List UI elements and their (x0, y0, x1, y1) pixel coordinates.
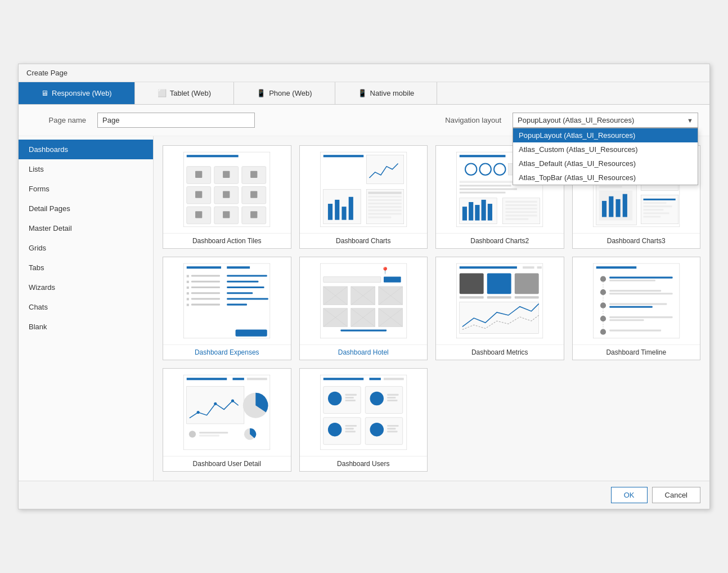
card-preview-metrics (436, 257, 564, 344)
svg-rect-167 (187, 387, 244, 424)
svg-rect-165 (232, 378, 244, 380)
svg-rect-178 (369, 378, 380, 380)
dialog-footer: OK Cancel (19, 481, 709, 509)
svg-rect-84 (643, 209, 663, 211)
svg-rect-179 (384, 378, 404, 380)
nav-option-topbar[interactable]: Atlas_TopBar (Atlas_UI_Resources) (513, 171, 698, 185)
svg-rect-21 (323, 155, 363, 157)
phone-icon: 📱 (257, 89, 266, 97)
card-timeline[interactable]: Dashboard Timeline (572, 257, 701, 360)
svg-rect-67 (599, 186, 622, 187)
nav-layout-dropdown: PopupLayout (Atlas_UI_Resources) Atlas_C… (513, 128, 698, 185)
card-label-metrics: Dashboard Metrics (436, 344, 564, 360)
svg-point-170 (231, 400, 234, 402)
sidebar: Dashboards Lists Forms Detail Pages Mast… (19, 136, 154, 481)
sidebar-item-dashboards[interactable]: Dashboards (19, 140, 153, 159)
svg-point-181 (327, 392, 341, 406)
sidebar-item-forms[interactable]: Forms (19, 179, 153, 199)
card-label-user-detail: Dashboard User Detail (163, 456, 291, 471)
sidebar-item-tabs[interactable]: Tabs (19, 258, 153, 277)
svg-rect-69 (601, 201, 606, 217)
svg-rect-14 (195, 191, 202, 198)
card-user-detail[interactable]: Dashboard User Detail (163, 368, 291, 472)
card-label-hotel: Dashboard Hotel (300, 344, 428, 360)
svg-rect-177 (323, 378, 363, 380)
svg-rect-58 (505, 214, 537, 216)
svg-rect-143 (593, 263, 679, 338)
svg-rect-27 (348, 197, 353, 220)
svg-rect-91 (191, 275, 220, 277)
svg-rect-45 (460, 188, 517, 190)
svg-point-145 (600, 276, 605, 282)
svg-rect-89 (227, 266, 250, 268)
nav-option-default[interactable]: Atlas_Default (Atlas_UI_Resources) (513, 156, 698, 171)
svg-rect-144 (596, 266, 636, 268)
tab-responsive[interactable]: 🖥 Responsive (Web) (19, 82, 135, 104)
svg-rect-147 (609, 280, 655, 281)
tab-native[interactable]: 📱 Native mobile (335, 82, 438, 104)
svg-rect-111 (323, 277, 380, 283)
svg-rect-104 (227, 298, 268, 299)
svg-rect-166 (247, 378, 267, 380)
svg-rect-108 (236, 330, 267, 337)
card-preview-users (300, 369, 428, 456)
svg-rect-142 (460, 302, 539, 334)
svg-rect-137 (460, 296, 484, 298)
card-metrics[interactable]: Dashboard Metrics (435, 257, 564, 360)
svg-point-196 (370, 423, 384, 437)
sidebar-item-lists[interactable]: Lists (19, 159, 153, 179)
tabs-bar: 🖥 Responsive (Web) ⬜ Tablet (Web) 📱 Phon… (19, 82, 709, 105)
nav-option-popup[interactable]: PopupLayout (Atlas_UI_Resources) (513, 128, 698, 142)
card-charts[interactable]: Dashboard Charts (299, 145, 428, 249)
svg-rect-34 (368, 209, 401, 211)
card-action-tiles[interactable]: Dashboard Action Tiles (163, 145, 291, 249)
svg-rect-187 (387, 394, 398, 396)
sidebar-item-master-detail[interactable]: Master Detail (19, 218, 153, 238)
sidebar-item-wizards[interactable]: Wizards (19, 277, 153, 297)
svg-rect-25 (335, 200, 339, 220)
svg-rect-188 (387, 397, 396, 399)
ok-button[interactable]: OK (611, 487, 648, 503)
card-expenses[interactable]: Dashboard Expenses (163, 257, 291, 360)
svg-rect-134 (523, 266, 534, 268)
svg-text:📍: 📍 (380, 266, 389, 275)
svg-rect-133 (460, 266, 517, 268)
card-hotel[interactable]: 📍 (299, 257, 428, 360)
svg-rect-97 (191, 286, 220, 288)
svg-rect-82 (643, 202, 666, 204)
svg-rect-102 (187, 298, 189, 300)
svg-point-161 (600, 329, 605, 335)
nav-option-custom[interactable]: Atlas_Custom (Atlas_UI_Resources) (513, 142, 698, 156)
dialog-title: Create Page (19, 64, 709, 82)
svg-rect-193 (345, 428, 353, 429)
svg-point-186 (370, 392, 384, 406)
svg-rect-48 (462, 207, 467, 221)
svg-rect-141 (515, 296, 539, 298)
svg-rect-162 (609, 330, 661, 332)
sidebar-item-blank[interactable]: Blank (19, 317, 153, 337)
nav-layout-select[interactable]: PopupLayout (Atlas_UI_Resources) ▼ (513, 113, 698, 128)
chevron-down-icon: ▼ (687, 117, 693, 124)
page-name-input[interactable] (97, 113, 255, 128)
sidebar-item-detail-pages[interactable]: Detail Pages (19, 199, 153, 218)
svg-rect-131 (340, 330, 387, 332)
svg-rect-154 (609, 303, 667, 305)
svg-rect-135 (537, 266, 542, 268)
svg-rect-81 (643, 199, 675, 200)
svg-rect-158 (609, 316, 672, 318)
svg-rect-55 (505, 204, 537, 206)
card-users[interactable]: Dashboard Users (299, 368, 428, 472)
svg-rect-70 (609, 196, 613, 217)
cancel-button[interactable]: Cancel (652, 487, 700, 503)
svg-rect-12 (223, 171, 230, 178)
card-preview-hotel: 📍 (300, 257, 428, 344)
tab-phone[interactable]: 📱 Phone (Web) (234, 82, 335, 104)
sidebar-item-chats[interactable]: Chats (19, 297, 153, 317)
svg-rect-112 (384, 277, 401, 283)
sidebar-item-grids[interactable]: Grids (19, 238, 153, 258)
svg-rect-107 (227, 304, 247, 306)
svg-rect-94 (191, 281, 220, 283)
tab-tablet[interactable]: ⬜ Tablet (Web) (135, 82, 234, 104)
svg-point-149 (600, 289, 605, 295)
svg-point-157 (600, 316, 605, 321)
